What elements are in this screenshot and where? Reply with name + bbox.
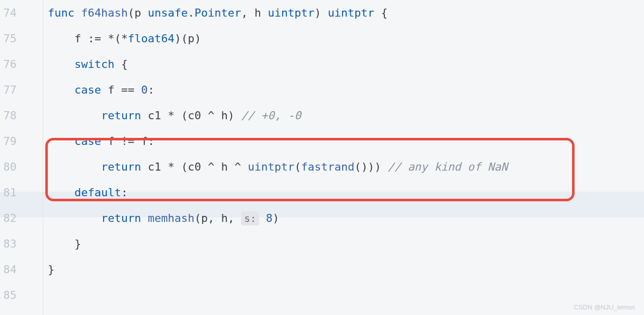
code-content[interactable]: func f64hash(p unsafe.Pointer, h uintptr…: [23, 0, 644, 315]
var-c1: c1: [148, 161, 162, 173]
keyword-func: func: [48, 7, 74, 19]
code-line-77: case f == 0:: [48, 77, 644, 103]
number-8: 8: [266, 212, 273, 224]
line-number[interactable]: 85: [0, 282, 17, 308]
code-line-79: case f != f:: [48, 128, 644, 154]
keyword-switch: switch: [74, 58, 114, 70]
var-h: h: [221, 161, 227, 173]
keyword-case: case: [74, 135, 101, 147]
var-f: f: [108, 84, 114, 96]
var-h: h: [221, 109, 227, 122]
call-uintptr: uintptr: [248, 161, 294, 173]
code-line-82: return memhash(p, h, s: 8): [48, 205, 644, 231]
dot: .: [188, 7, 194, 19]
arg-p: p: [201, 212, 208, 224]
keyword-return: return: [101, 109, 141, 122]
watermark-text: CSDN @NJU_lemon: [574, 303, 635, 311]
mul-op: *: [168, 161, 174, 173]
var-c0: c0: [188, 161, 201, 173]
line-number[interactable]: 79: [0, 128, 17, 154]
paren-close: ): [273, 212, 279, 224]
brace-close: }: [48, 263, 54, 276]
paren-open: (: [181, 32, 188, 45]
paren-close: ): [361, 161, 368, 173]
mul-op: *: [168, 109, 174, 122]
line-number[interactable]: 81: [0, 180, 17, 205]
keyword-return: return: [101, 161, 141, 173]
code-line-85: [48, 282, 644, 308]
colon: :: [148, 135, 154, 147]
number-zero: 0: [141, 84, 147, 96]
var-c0: c0: [188, 109, 201, 122]
colon: :: [121, 186, 128, 199]
arg-h: h: [221, 212, 227, 224]
line-number[interactable]: 78: [0, 103, 17, 128]
code-line-76: switch {: [48, 51, 644, 77]
var-f: f: [141, 135, 147, 147]
type-float64: float64: [128, 32, 175, 45]
brace-close: }: [74, 238, 81, 250]
comma: ,: [241, 7, 248, 19]
line-number[interactable]: 74: [0, 0, 17, 26]
return-type: uintptr: [328, 7, 374, 19]
paren-open: (: [294, 161, 301, 173]
comma: ,: [208, 212, 214, 224]
xor-op: ^: [234, 161, 241, 173]
call-fastrand: fastrand: [301, 161, 354, 173]
comma: ,: [228, 212, 234, 224]
keyword-return: return: [101, 212, 141, 224]
line-number[interactable]: 75: [0, 26, 17, 51]
var-f: f: [108, 135, 114, 147]
code-line-74: func f64hash(p unsafe.Pointer, h uintptr…: [48, 0, 644, 26]
param-h: h: [255, 7, 261, 19]
keyword-case: case: [74, 84, 101, 96]
type-unsafe: unsafe: [148, 7, 188, 19]
eq-op: ==: [121, 84, 135, 96]
star: *: [108, 32, 114, 45]
code-line-75: f := *(*float64)(p): [48, 26, 644, 51]
paren-open: (: [128, 7, 134, 19]
paren-close: ): [314, 7, 321, 19]
code-line-78: return c1 * (c0 ^ h) // +0, -0: [48, 103, 644, 128]
xor-op: ^: [208, 161, 214, 173]
code-line-80: return c1 * (c0 ^ h ^ uintptr(fastrand()…: [48, 154, 644, 180]
line-number[interactable]: 83: [0, 231, 17, 257]
param-p: p: [134, 7, 141, 19]
line-gutter: 74 75 76 77 78 79 80 81 82 83 84 85: [0, 0, 23, 315]
paren-close: ): [194, 32, 201, 45]
line-number[interactable]: 80: [0, 154, 17, 180]
paren-close: ): [368, 161, 374, 173]
line-number[interactable]: 84: [0, 257, 17, 282]
var-c1: c1: [148, 109, 162, 122]
paren-close: ): [175, 32, 181, 45]
paren-open: (: [354, 161, 361, 173]
code-editor: 74 75 76 77 78 79 80 81 82 83 84 85 func…: [0, 0, 644, 315]
var-f: f: [74, 32, 81, 45]
var-p: p: [188, 32, 194, 45]
line-number[interactable]: 77: [0, 77, 17, 103]
line-number[interactable]: 76: [0, 51, 17, 77]
function-name: f64hash: [81, 7, 128, 19]
call-memhash: memhash: [148, 212, 195, 224]
comment-nan: // any kind of NaN: [388, 161, 508, 173]
inlay-hint-s: s:: [241, 211, 259, 225]
brace-open: {: [121, 58, 128, 70]
type-pointer: Pointer: [194, 7, 241, 19]
comment-zero: // +0, -0: [241, 109, 301, 122]
paren-open: (: [181, 109, 188, 122]
star: *: [121, 32, 128, 45]
paren-close: ): [374, 161, 381, 173]
keyword-default: default: [74, 186, 121, 199]
assign-op: :=: [88, 32, 101, 45]
xor-op: ^: [208, 109, 214, 122]
paren-close: ): [228, 109, 234, 122]
code-line-81: default:: [48, 180, 644, 205]
ne-op: !=: [121, 135, 135, 147]
brace-open: {: [381, 7, 387, 19]
code-line-84: }: [48, 257, 644, 282]
line-number[interactable]: 82: [0, 205, 17, 231]
code-line-83: }: [48, 231, 644, 257]
colon: :: [148, 84, 154, 96]
paren-open: (: [181, 161, 188, 173]
type-uintptr: uintptr: [268, 7, 314, 19]
